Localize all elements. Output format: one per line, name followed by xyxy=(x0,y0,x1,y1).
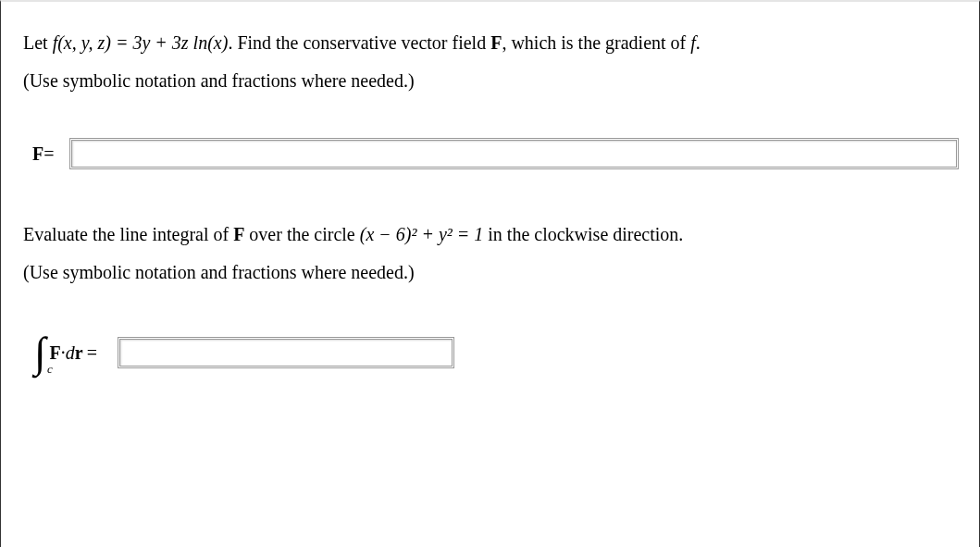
label-equals-2: = xyxy=(87,342,97,364)
instruction-1: (Use symbolic notation and fractions whe… xyxy=(23,70,957,92)
integral-icon: ∫ c xyxy=(34,331,46,374)
integral-sign: ∫ xyxy=(34,329,46,376)
answer-1-input[interactable] xyxy=(71,140,958,168)
label-F: F xyxy=(32,143,43,165)
q1-gradient-text: , which is the gradient of xyxy=(502,32,690,53)
answer-1-row: F = xyxy=(23,140,957,168)
q2-vector-F: F xyxy=(233,224,244,244)
answer-2-row: ∫ c F · dr = xyxy=(23,331,957,374)
instruction-2: (Use symbolic notation and fractions whe… xyxy=(23,262,957,283)
question-1-text: Let f(x, y, z) = 3y + 3z ln(x). Find the… xyxy=(23,28,957,57)
q2-circle-text: over the circle xyxy=(244,224,359,244)
answer-2-input[interactable] xyxy=(119,339,453,367)
q1-vector-F: F xyxy=(490,32,502,53)
dr-text: dr xyxy=(66,342,83,364)
q2-equation: (x − 6)² + y² = 1 xyxy=(360,224,484,244)
question-2-text: Evaluate the line integral of F over the… xyxy=(23,219,957,249)
q1-find: . Find the conservative vector field xyxy=(228,32,490,53)
answer-2-label: ∫ c F · dr = xyxy=(34,331,101,374)
integral-subscript-c: c xyxy=(47,363,53,375)
q1-function: f(x, y, z) = 3y + 3z ln(x) xyxy=(53,32,229,53)
label-equals-1: = xyxy=(43,143,54,165)
q2-evaluate: Evaluate the line integral of xyxy=(23,224,233,244)
problem-container: Let f(x, y, z) = 3y + 3z ln(x). Find the… xyxy=(1,2,979,392)
q1-period: . xyxy=(696,32,701,53)
answer-1-label: F = xyxy=(32,143,55,165)
label-F-2: F xyxy=(50,342,61,364)
q1-let: Let xyxy=(23,32,53,53)
q2-direction: in the clockwise direction. xyxy=(483,224,683,244)
